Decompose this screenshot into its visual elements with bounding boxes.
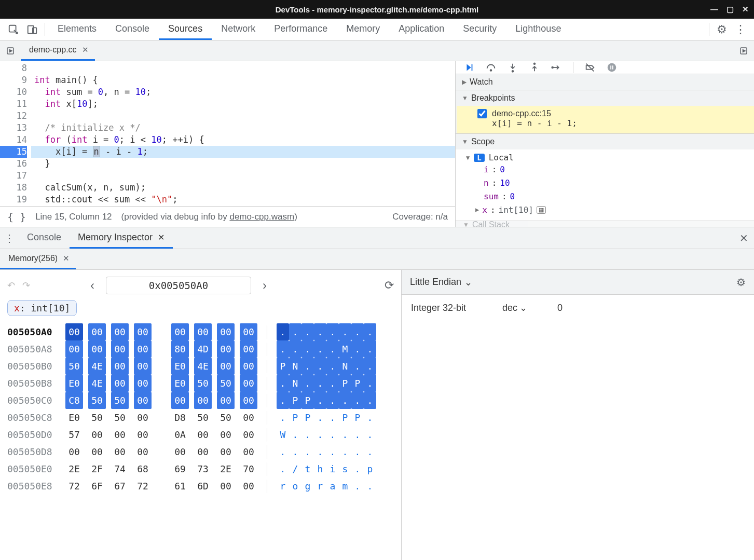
device-toggle-icon[interactable]: [23, 19, 42, 40]
tab-performance[interactable]: Performance: [265, 19, 337, 40]
window-titlebar: DevTools - memory-inspector.glitch.me/de…: [0, 0, 754, 19]
drawer-tab-memory-inspector[interactable]: Memory Inspector ✕: [70, 227, 173, 249]
svg-marker-6: [743, 49, 746, 52]
scope-section-header[interactable]: ▼ Scope: [456, 134, 754, 149]
hex-row[interactable]: 005050B8E04E0000E0505000.N...PP.: [7, 375, 394, 392]
interp-format-select[interactable]: dec ⌄: [502, 302, 539, 313]
memory-toolbar: ↶ ↷ ‹ › ⟳: [7, 275, 394, 296]
svg-marker-4: [10, 49, 12, 52]
hex-row[interactable]: 005050A800000000804D0000.....M..: [7, 340, 394, 358]
callstack-section-header[interactable]: ▼ Call Stack: [456, 221, 754, 227]
breakpoint-source-line: x[i] = n - i - 1;: [492, 118, 748, 128]
scope-variable-x[interactable]: ▶ x: int[10] ▦: [466, 203, 749, 216]
reveal-in-memory-icon[interactable]: ▦: [537, 206, 546, 214]
minimize-icon[interactable]: —: [710, 5, 718, 14]
svg-point-10: [534, 63, 536, 64]
kebab-menu-icon[interactable]: ⋮: [731, 19, 750, 40]
drawer-menu-icon[interactable]: ⋮: [0, 227, 19, 249]
close-tab-icon[interactable]: ✕: [82, 45, 89, 54]
pretty-print-icon[interactable]: { }: [7, 211, 26, 223]
collapse-icon: ▼: [462, 138, 468, 145]
interp-value: 0: [557, 303, 588, 313]
debugger-sidebar: ▶ Watch ▼ Breakpoints demo-cpp.cc:15 x[i…: [456, 61, 754, 227]
step-out-icon[interactable]: [528, 61, 541, 74]
svg-rect-13: [610, 65, 611, 69]
maximize-icon[interactable]: ▢: [726, 5, 734, 14]
refresh-icon[interactable]: ⟳: [385, 279, 394, 292]
memory-tab[interactable]: Memory(256) ✕: [0, 249, 76, 269]
breakpoint-checkbox[interactable]: [477, 109, 487, 118]
navigator-toggle-icon[interactable]: [0, 40, 21, 61]
close-tab-icon[interactable]: ✕: [158, 233, 164, 242]
tab-network[interactable]: Network: [212, 19, 265, 40]
hex-row[interactable]: 005050D0570000000A000000W.......: [7, 426, 394, 443]
page-next-icon[interactable]: ›: [258, 278, 271, 293]
page-prev-icon[interactable]: ‹: [86, 278, 99, 293]
close-tab-icon[interactable]: ✕: [63, 254, 70, 263]
breakpoint-entry[interactable]: demo-cpp.cc:15 x[i] = n - i - 1;: [456, 106, 754, 133]
history-forward-icon[interactable]: ↷: [22, 280, 30, 291]
expand-icon: ▶: [462, 78, 467, 86]
scope-local-header[interactable]: ▼ L Local: [466, 153, 749, 162]
inspect-element-icon[interactable]: [4, 19, 23, 40]
tab-lighthouse[interactable]: Lighthouse: [506, 19, 570, 40]
tab-application[interactable]: Application: [389, 19, 454, 40]
tab-elements[interactable]: Elements: [48, 19, 106, 40]
hex-viewer: ↶ ↷ ‹ › ⟳ x: int[10] 005050A000000000000…: [0, 270, 401, 560]
collapse-icon: ▼: [462, 94, 468, 102]
scope-variable-sum[interactable]: sum: 0: [466, 189, 749, 203]
hex-row[interactable]: 005050E02E2F746869732E70./this.p: [7, 460, 394, 477]
drawer-tabstrip: ⋮ Console Memory Inspector ✕ ✕: [0, 227, 754, 249]
svg-point-8: [490, 70, 492, 71]
wasm-source-link[interactable]: demo-cpp.wasm: [229, 212, 294, 222]
local-badge-icon: L: [474, 154, 484, 162]
hex-row[interactable]: 005050D80000000000000000........: [7, 443, 394, 460]
tab-security[interactable]: Security: [454, 19, 506, 40]
step-icon[interactable]: [550, 61, 563, 74]
code-lines[interactable]: int main() { int sum = 0, n = 10; int x[…: [31, 61, 455, 206]
settings-gear-icon[interactable]: ⚙: [712, 19, 731, 40]
run-snippet-icon[interactable]: [733, 40, 754, 61]
resume-icon[interactable]: [463, 61, 475, 74]
step-into-icon[interactable]: [506, 61, 519, 74]
tab-memory[interactable]: Memory: [337, 19, 389, 40]
svg-point-9: [512, 71, 514, 72]
svg-rect-14: [612, 65, 613, 69]
scope-variable-n[interactable]: n: 10: [466, 176, 749, 189]
debug-info-source: (provided via debug info by demo-cpp.was…: [121, 212, 297, 222]
drawer-tab-console[interactable]: Console: [19, 227, 70, 249]
hex-row[interactable]: 005050B0504E0000E04E0000PN...N..: [7, 358, 394, 375]
coverage-status: Coverage: n/a: [392, 212, 448, 222]
close-drawer-icon[interactable]: ✕: [733, 227, 754, 249]
highlight-chip[interactable]: x: int[10]: [7, 300, 77, 316]
close-icon[interactable]: ✕: [742, 5, 749, 14]
tab-console[interactable]: Console: [106, 19, 159, 40]
memory-tab-strip: Memory(256) ✕: [0, 249, 754, 270]
scope-variable-i[interactable]: i: 0: [466, 162, 749, 176]
interpreter-settings-icon[interactable]: ⚙: [736, 276, 746, 289]
value-interpreter: Little Endian ⌄ ⚙ Integer 32-bit dec ⌄ 0: [401, 270, 754, 560]
interp-type: Integer 32-bit: [411, 303, 484, 313]
tab-sources[interactable]: Sources: [159, 19, 212, 40]
deactivate-breakpoints-icon[interactable]: [584, 61, 596, 74]
watch-section-header[interactable]: ▶ Watch: [456, 74, 754, 90]
address-input[interactable]: [106, 277, 251, 294]
devtools-tabstrip: ElementsConsoleSourcesNetworkPerformance…: [0, 19, 754, 40]
editor-status-bar: { } Line 15, Column 12 (provided via deb…: [0, 206, 455, 227]
chevron-down-icon: ⌄: [519, 302, 527, 313]
svg-point-12: [608, 63, 616, 72]
svg-rect-7: [472, 64, 473, 71]
hex-row[interactable]: 005050C8E0505000D8505000.PP..PP.: [7, 409, 394, 426]
hex-row[interactable]: 005050A00000000000000000........: [7, 323, 394, 340]
endianness-select[interactable]: Little Endian ⌄: [410, 277, 472, 288]
breakpoint-file-label: demo-cpp.cc:15: [492, 109, 551, 118]
source-code-pane: 891011121314151617181920 int main() { in…: [0, 61, 456, 227]
file-tab-demo-cpp[interactable]: demo-cpp.cc ✕: [21, 40, 95, 61]
history-back-icon[interactable]: ↶: [7, 280, 15, 291]
step-over-icon[interactable]: [485, 61, 497, 74]
hex-row[interactable]: 005050C0C850500000000000.PP.....: [7, 392, 394, 409]
pause-on-exceptions-icon[interactable]: [606, 61, 618, 74]
hex-row[interactable]: 005050E8726F6772616D0000rogram..: [7, 477, 394, 495]
line-number-gutter: 891011121314151617181920: [0, 61, 31, 206]
breakpoints-section-header[interactable]: ▼ Breakpoints: [456, 90, 754, 106]
